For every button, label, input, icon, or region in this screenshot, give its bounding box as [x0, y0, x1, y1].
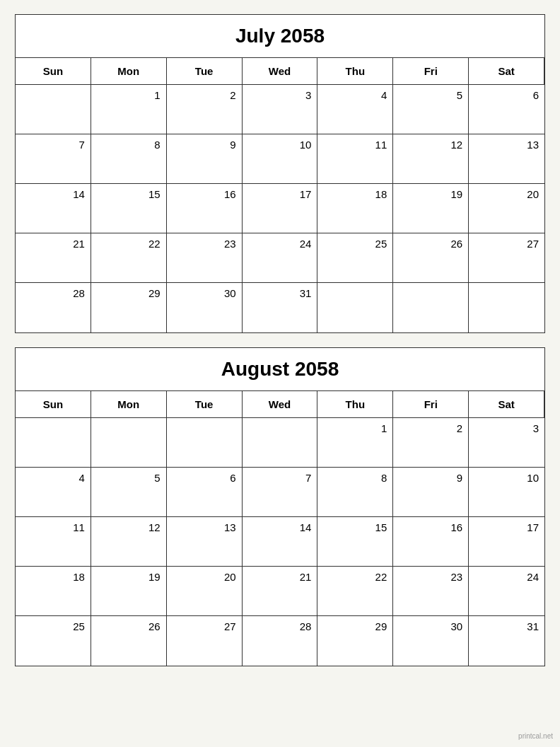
day-cell: 26: [393, 233, 469, 283]
day-cell: [91, 418, 167, 468]
day-cell: 1: [91, 85, 167, 134]
day-cell: 27: [469, 233, 544, 283]
day-header: Sun: [16, 58, 91, 85]
day-cell: [393, 283, 469, 332]
day-cell: 25: [16, 616, 91, 666]
day-cell: 24: [243, 233, 318, 283]
day-cell: 20: [167, 567, 243, 616]
day-cell: 18: [317, 184, 393, 233]
day-cell: 18: [16, 567, 91, 616]
day-cell: 5: [91, 468, 167, 517]
day-cell: 13: [469, 134, 544, 184]
day-cell: 16: [167, 184, 243, 233]
day-cell: 28: [16, 283, 91, 332]
day-cell: 22: [91, 233, 167, 283]
day-header: Sat: [469, 58, 544, 85]
day-cell: 27: [167, 616, 243, 666]
day-cell: 21: [243, 567, 318, 616]
day-cell: [16, 418, 91, 468]
august-calendar: August 2058 SunMonTueWedThuFriSat1234567…: [15, 347, 545, 666]
day-cell: 31: [243, 283, 318, 332]
day-cell: 23: [393, 567, 469, 616]
day-cell: 12: [91, 517, 167, 567]
day-header: Tue: [167, 58, 243, 85]
day-cell: 29: [317, 616, 393, 666]
day-cell: 19: [91, 567, 167, 616]
day-cell: 13: [167, 517, 243, 567]
day-header: Wed: [243, 391, 318, 418]
day-cell: 9: [393, 468, 469, 517]
day-cell: 30: [393, 616, 469, 666]
day-cell: 19: [393, 184, 469, 233]
day-cell: 20: [469, 184, 544, 233]
watermark: printcal.net: [518, 732, 553, 740]
day-header: Mon: [91, 391, 167, 418]
july-calendar: July 2058 SunMonTueWedThuFriSat123456789…: [15, 14, 545, 333]
august-title: August 2058: [16, 348, 544, 391]
day-cell: 25: [317, 233, 393, 283]
august-grid: SunMonTueWedThuFriSat1234567891011121314…: [16, 391, 544, 666]
day-cell: 24: [469, 567, 544, 616]
day-cell: 31: [469, 616, 544, 666]
day-cell: 3: [243, 85, 318, 134]
day-header: Thu: [317, 58, 393, 85]
day-cell: 12: [393, 134, 469, 184]
day-cell: 6: [469, 85, 544, 134]
day-cell: 21: [16, 233, 91, 283]
day-cell: 17: [469, 517, 544, 567]
day-header: Fri: [393, 391, 469, 418]
day-cell: 16: [393, 517, 469, 567]
day-cell: 1: [317, 418, 393, 468]
day-header: Fri: [393, 58, 469, 85]
day-cell: 2: [167, 85, 243, 134]
day-cell: 22: [317, 567, 393, 616]
day-cell: 14: [243, 517, 318, 567]
day-cell: [243, 418, 318, 468]
july-grid: SunMonTueWedThuFriSat1234567891011121314…: [16, 58, 544, 332]
day-header: Mon: [91, 58, 167, 85]
day-header: Sat: [469, 391, 544, 418]
day-cell: 4: [317, 85, 393, 134]
day-cell: 26: [91, 616, 167, 666]
july-title: July 2058: [16, 15, 544, 58]
day-cell: 5: [393, 85, 469, 134]
day-cell: [16, 85, 91, 134]
day-cell: 17: [243, 184, 318, 233]
day-cell: 10: [469, 468, 544, 517]
day-cell: 6: [167, 468, 243, 517]
day-cell: 4: [16, 468, 91, 517]
day-cell: 9: [167, 134, 243, 184]
day-cell: 29: [91, 283, 167, 332]
day-cell: 28: [243, 616, 318, 666]
day-cell: 15: [317, 517, 393, 567]
day-cell: 8: [91, 134, 167, 184]
day-cell: 14: [16, 184, 91, 233]
day-cell: 3: [469, 418, 544, 468]
day-header: Thu: [317, 391, 393, 418]
day-cell: 23: [167, 233, 243, 283]
day-cell: 11: [317, 134, 393, 184]
day-cell: [317, 283, 393, 332]
day-cell: 11: [16, 517, 91, 567]
day-cell: 2: [393, 418, 469, 468]
day-cell: 15: [91, 184, 167, 233]
day-cell: 10: [243, 134, 318, 184]
day-cell: [167, 418, 243, 468]
day-cell: 30: [167, 283, 243, 332]
day-cell: 7: [243, 468, 318, 517]
day-cell: 7: [16, 134, 91, 184]
day-header: Tue: [167, 391, 243, 418]
day-header: Sun: [16, 391, 91, 418]
day-cell: 8: [317, 468, 393, 517]
day-cell: [469, 283, 544, 332]
day-header: Wed: [243, 58, 318, 85]
